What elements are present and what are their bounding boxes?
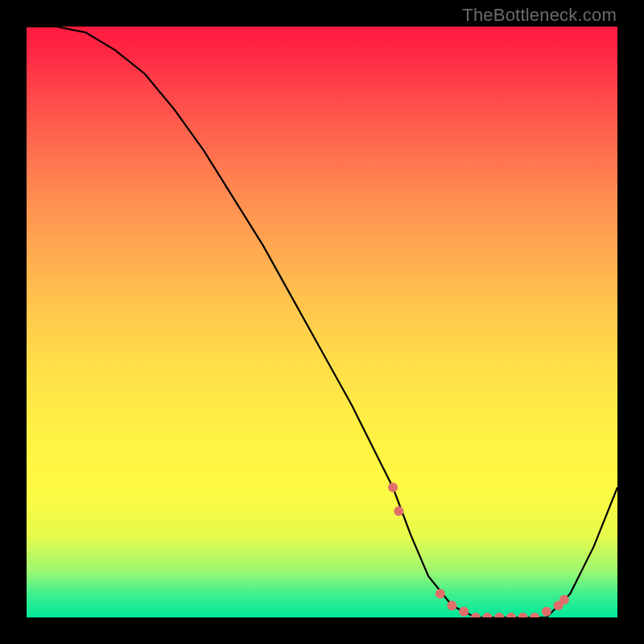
data-marker xyxy=(388,483,398,493)
watermark-text: TheBottleneck.com xyxy=(462,5,617,26)
data-marker xyxy=(506,613,516,617)
data-marker xyxy=(542,607,551,617)
data-marker xyxy=(530,613,539,617)
bottleneck-curve xyxy=(27,27,617,617)
data-marker xyxy=(394,506,403,516)
plot-area xyxy=(27,27,617,617)
data-marker xyxy=(483,613,493,617)
data-marker xyxy=(559,595,569,605)
data-marker xyxy=(448,601,457,610)
data-marker xyxy=(518,613,528,617)
data-marker xyxy=(459,607,469,617)
data-markers xyxy=(388,483,569,618)
data-marker xyxy=(436,589,445,599)
chart-svg xyxy=(27,27,617,617)
data-marker xyxy=(554,601,564,610)
data-marker xyxy=(494,613,504,617)
chart-container: TheBottleneck.com xyxy=(0,0,644,644)
data-marker xyxy=(471,613,481,617)
